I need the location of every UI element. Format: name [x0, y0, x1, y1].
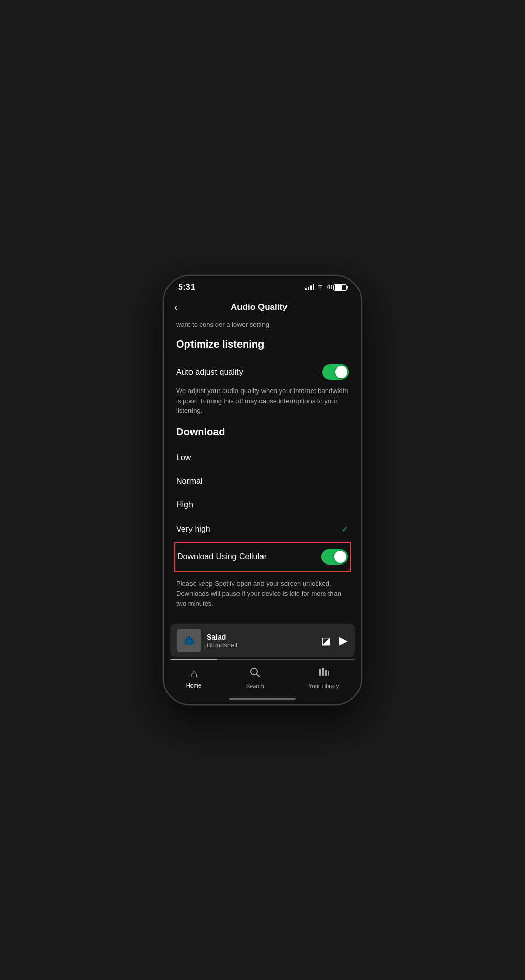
back-button[interactable]: ‹ — [174, 299, 182, 315]
home-bar — [229, 698, 296, 700]
notch — [229, 276, 296, 292]
library-label: Your Library — [308, 683, 339, 689]
quality-row-low[interactable]: Low — [176, 446, 349, 470]
play-button[interactable]: ▶ — [339, 634, 348, 647]
artist-name: Blondshell — [207, 641, 315, 649]
status-icons: ⇈ 70 — [305, 284, 347, 291]
auto-adjust-label: Auto adjust quality — [176, 368, 243, 377]
mini-player[interactable]: 🧥 Salad Blondshell ◪ ▶ — [170, 624, 355, 657]
signal-icon — [305, 284, 314, 290]
auto-adjust-row: Auto adjust quality — [176, 358, 349, 386]
quality-label-high: High — [176, 500, 193, 509]
battery-icon: 70 — [326, 284, 347, 291]
toggle-thumb — [335, 366, 347, 378]
home-indicator — [164, 693, 361, 704]
quality-row-very-high[interactable]: Very high ✓ — [176, 517, 349, 542]
svg-rect-2 — [319, 669, 321, 676]
connect-devices-icon[interactable]: ◪ — [321, 634, 331, 647]
download-section: Download Low Normal High Very high ✓ Dow… — [176, 426, 349, 609]
optimize-section: Optimize listening Auto adjust quality W… — [176, 338, 349, 416]
nav-item-search[interactable]: Search — [246, 667, 264, 689]
content-area: want to consider a lower setting. Optimi… — [164, 320, 361, 624]
auto-adjust-description: We adjust your audio quality when your i… — [176, 386, 349, 416]
status-time: 5:31 — [178, 283, 195, 292]
nav-item-library[interactable]: Your Library — [308, 667, 339, 689]
cellular-row[interactable]: Download Using Cellular — [174, 542, 351, 572]
home-icon: ⌂ — [190, 667, 197, 680]
quality-label-very-high: Very high — [176, 525, 210, 534]
bottom-nav: ⌂ Home Search — [164, 660, 361, 693]
quality-row-high[interactable]: High — [176, 493, 349, 517]
album-art: 🧥 — [177, 629, 201, 652]
library-icon — [318, 667, 329, 681]
svg-rect-3 — [322, 668, 324, 676]
truncated-text: want to consider a lower setting. — [176, 320, 349, 329]
nav-bar: ‹ Audio Quality — [164, 296, 361, 320]
quality-label-normal: Normal — [176, 477, 203, 486]
track-info: Salad Blondshell — [207, 633, 315, 649]
track-name: Salad — [207, 633, 315, 641]
battery-pct: 70 — [326, 284, 332, 291]
wifi-icon: ⇈ — [317, 284, 323, 291]
page-title: Audio Quality — [182, 302, 337, 312]
download-section-title: Download — [176, 426, 349, 438]
phone-frame: 5:31 ⇈ 70 ‹ Audio Quality — [163, 275, 362, 705]
quality-row-normal[interactable]: Normal — [176, 470, 349, 493]
optimize-section-title: Optimize listening — [176, 338, 349, 350]
home-label: Home — [186, 682, 201, 689]
nav-item-home[interactable]: ⌂ Home — [186, 667, 201, 689]
auto-adjust-toggle[interactable] — [322, 364, 349, 380]
quality-label-low: Low — [176, 453, 191, 462]
svg-rect-5 — [328, 671, 329, 676]
player-controls: ◪ ▶ — [321, 634, 348, 647]
search-label: Search — [246, 683, 264, 689]
cellular-description: Please keep Spotify open and your screen… — [176, 579, 349, 609]
svg-line-1 — [257, 674, 260, 677]
search-icon — [249, 667, 260, 681]
cellular-toggle-thumb — [334, 551, 346, 563]
checkmark-icon: ✓ — [341, 524, 349, 535]
svg-rect-4 — [325, 670, 327, 676]
cellular-label: Download Using Cellular — [177, 552, 267, 561]
cellular-toggle[interactable] — [321, 549, 348, 565]
screen: 5:31 ⇈ 70 ‹ Audio Quality — [164, 276, 361, 704]
